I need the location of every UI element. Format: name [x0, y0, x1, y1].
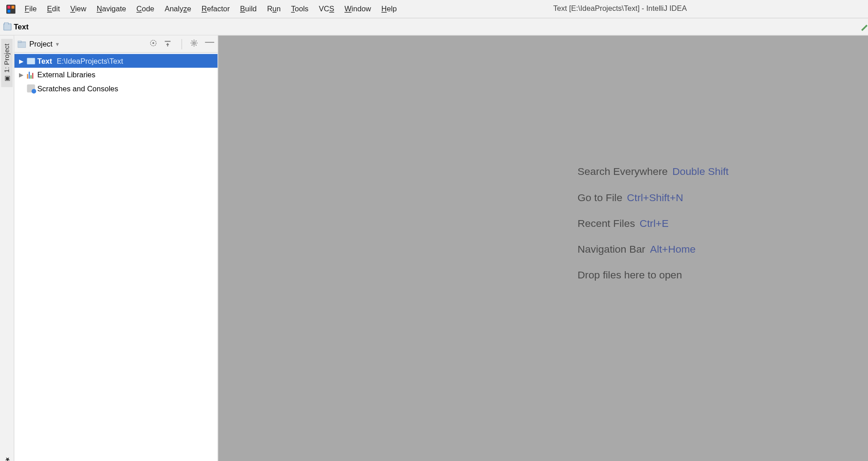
menu-analyze[interactable]: AnalyzeAnalyze	[160, 2, 197, 15]
tree-node-label: Text	[38, 56, 52, 65]
menu-build[interactable]: BuildBuild	[235, 2, 262, 15]
menu-code[interactable]: CodeCode	[131, 2, 159, 15]
svg-line-36	[196, 40, 197, 41]
app-icon	[6, 4, 16, 14]
menu-tools[interactable]: ToolsTools	[286, 2, 313, 15]
hint-shortcut: Ctrl+Shift+N	[627, 185, 684, 211]
menu-window[interactable]: WindowWindow	[340, 2, 377, 15]
folder-icon	[27, 58, 35, 64]
hint-label: Drop files here to open	[578, 262, 682, 288]
titlebar: FFileile EditEdit ViewView NavigateNavig…	[0, 0, 868, 19]
locate-icon[interactable]	[149, 39, 158, 49]
menu-view[interactable]: ViewView	[65, 2, 91, 15]
separator	[181, 39, 182, 49]
tree-node-path: E:\IdeaProjects\Text	[57, 56, 123, 65]
svg-point-25	[152, 42, 154, 44]
menu-vcs[interactable]: VCSVCS	[314, 2, 340, 15]
hide-icon[interactable]: —	[205, 39, 214, 49]
left-tool-stripe: ▣ 1: Project 2: Favorites ★ 7: Structure…	[0, 36, 14, 461]
tab-favorites[interactable]: 2: Favorites ★	[1, 452, 13, 461]
menu-file[interactable]: FFileile	[19, 2, 42, 15]
expand-all-icon[interactable]	[164, 39, 173, 49]
tree-external-libraries[interactable]: ▶ External Libraries	[14, 68, 218, 81]
svg-point-28	[193, 42, 195, 44]
hint-label: Search Everywhere	[578, 159, 668, 185]
project-tab-icon: ▣	[3, 75, 11, 83]
editor-empty-state[interactable]: Search Everywhere Double Shift Go to Fil…	[218, 36, 868, 461]
svg-rect-2	[11, 5, 14, 8]
folder-icon	[4, 23, 12, 30]
build-hammer-icon[interactable]	[857, 22, 868, 31]
menu-help[interactable]: HelpHelp	[376, 2, 402, 15]
star-icon: ★	[3, 456, 11, 461]
project-tree[interactable]: ▶ Text E:\IdeaProjects\Text ▶ External L…	[14, 53, 218, 461]
menu-navigate[interactable]: NavigateNavigate	[91, 2, 131, 15]
tree-scratches[interactable]: ▶ Scratches and Consoles	[14, 81, 218, 95]
svg-line-34	[196, 44, 197, 45]
hint-shortcut: Double Shift	[672, 159, 729, 185]
hint-label: Recent Files	[578, 211, 635, 236]
svg-line-35	[192, 44, 193, 45]
empty-hints: Search Everywhere Double Shift Go to Fil…	[578, 159, 729, 288]
expand-arrow-icon[interactable]: ▶	[18, 58, 24, 64]
gear-icon[interactable]	[190, 39, 199, 49]
scratches-icon	[27, 85, 35, 93]
breadcrumb[interactable]: Text	[4, 23, 29, 31]
library-icon	[27, 71, 35, 79]
chevron-down-icon: ▼	[55, 41, 60, 47]
menu-run[interactable]: RunRun	[262, 2, 286, 15]
tree-node-label: External Libraries	[38, 71, 95, 79]
breadcrumb-root: Text	[14, 23, 28, 31]
project-view-selector[interactable]: Project ▼	[29, 40, 60, 48]
hint-shortcut: Ctrl+E	[640, 211, 669, 236]
svg-rect-23	[18, 41, 21, 42]
hint-label: Navigation Bar	[578, 236, 646, 262]
menu-edit[interactable]: EditEdit	[42, 2, 65, 15]
menu-refactor[interactable]: RefactorRefactor	[196, 2, 235, 15]
svg-rect-1	[8, 5, 10, 8]
project-view-icon	[18, 41, 26, 47]
tree-root-node[interactable]: ▶ Text E:\IdeaProjects\Text	[14, 54, 218, 67]
main-menu: FFileile EditEdit ViewView NavigateNavig…	[19, 2, 402, 15]
tree-node-label: Scratches and Consoles	[38, 84, 118, 93]
tab-project[interactable]: ▣ 1: Project	[1, 39, 13, 87]
svg-line-33	[192, 40, 193, 41]
project-view-label: Project	[29, 40, 52, 48]
project-panel-header: Project ▼ —	[14, 36, 218, 53]
tab-label: 1: Project	[3, 44, 11, 73]
hint-label: Go to File	[578, 185, 623, 211]
svg-rect-3	[8, 9, 10, 12]
project-tool-window: Project ▼ — ▶ Text E:\IdeaProjects\Text	[14, 36, 218, 461]
navigation-bar: Text Add Configuration...	[0, 19, 868, 36]
hint-shortcut: Alt+Home	[650, 236, 696, 262]
expand-arrow-icon[interactable]: ▶	[18, 71, 24, 78]
